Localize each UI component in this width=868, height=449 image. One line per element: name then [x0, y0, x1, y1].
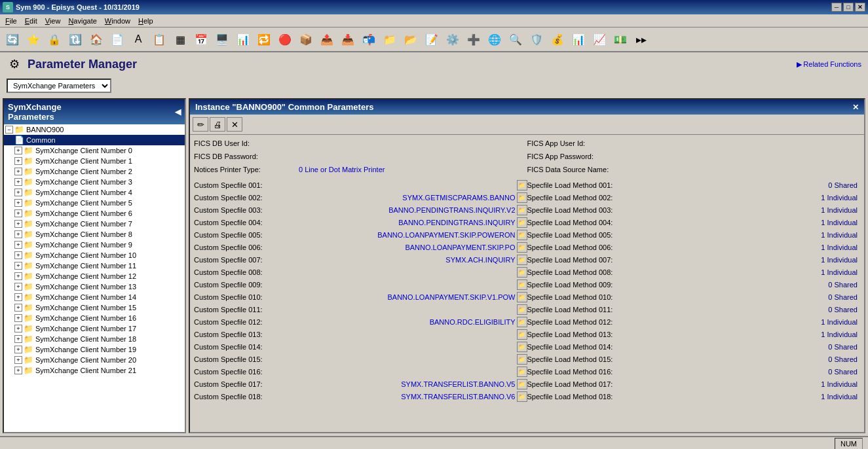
tree-item-client-3[interactable]: + 📁 SymXchange Client Number 3: [4, 177, 185, 187]
browse-btn-004[interactable]: 📁: [517, 217, 527, 228]
tree-item-client-7[interactable]: + 📁 SymXchange Client Number 7: [4, 219, 185, 229]
form-scrollable[interactable]: FICS DB User Id: FICS DB Password: Notic…: [190, 135, 864, 432]
tree-expand-14[interactable]: +: [14, 293, 22, 301]
browse-btn-002[interactable]: 📁: [517, 192, 527, 203]
tree-expand-3[interactable]: +: [14, 178, 22, 186]
toolbar-btn-1[interactable]: 🔄: [3, 29, 22, 49]
menu-edit[interactable]: Edit: [21, 16, 41, 26]
tree-expand-15[interactable]: +: [14, 304, 22, 312]
toolbar-btn-17[interactable]: 🌐: [485, 29, 504, 49]
tree-expand-10[interactable]: +: [14, 251, 22, 259]
browse-btn-016[interactable]: 📁: [517, 367, 527, 377]
toolbar-btn-copy[interactable]: 📋: [149, 29, 169, 49]
tree-expand-4[interactable]: +: [14, 189, 22, 196]
toolbar-btn-2[interactable]: ⭐: [24, 29, 43, 49]
tree-expand-16[interactable]: +: [14, 314, 22, 322]
toolbar-btn-pc[interactable]: 🖥️: [212, 29, 232, 49]
edit-button[interactable]: ✏: [193, 117, 208, 132]
menu-window[interactable]: Window: [101, 16, 134, 26]
tree-root-banno900[interactable]: − 📁 BANNO900: [4, 124, 185, 135]
toolbar-btn-13[interactable]: 📂: [401, 29, 421, 49]
tree-item-client-6[interactable]: + 📁 SymXchange Client Number 6: [4, 208, 185, 219]
tree-item-client-1[interactable]: + 📁 SymXchange Client Number 1: [4, 156, 185, 166]
toolbar-btn-21[interactable]: 📊: [569, 29, 588, 49]
toolbar-btn-font[interactable]: A: [128, 29, 148, 49]
browse-btn-011[interactable]: 📁: [517, 304, 527, 315]
browse-btn-018[interactable]: 📁: [517, 391, 527, 402]
tree-expand-18[interactable]: +: [14, 335, 22, 343]
browse-btn-008[interactable]: 📁: [517, 267, 527, 278]
tree-item-client-14[interactable]: + 📁 SymXchange Client Number 14: [4, 292, 185, 302]
delete-button[interactable]: ✕: [227, 117, 242, 132]
tree-item-client-20[interactable]: + 📁 SymXchange Client Number 20: [4, 355, 185, 365]
left-panel-collapse-btn[interactable]: ◀: [175, 107, 181, 117]
toolbar-btn-refresh[interactable]: 🔃: [66, 29, 85, 49]
browse-btn-014[interactable]: 📁: [517, 342, 527, 352]
toolbar-btn-11[interactable]: 📬: [359, 29, 379, 49]
maximize-button[interactable]: □: [843, 3, 854, 12]
tree-expand-2[interactable]: +: [14, 168, 22, 175]
browse-btn-015[interactable]: 📁: [517, 354, 527, 365]
print-button[interactable]: 🖨: [210, 117, 225, 132]
close-button[interactable]: ✕: [855, 3, 865, 12]
toolbar-btn-8[interactable]: 📦: [296, 29, 316, 49]
tree-expand-banno900[interactable]: −: [5, 126, 13, 134]
tree-expand-7[interactable]: +: [14, 220, 22, 228]
toolbar-btn-18[interactable]: 🔍: [506, 29, 525, 49]
toolbar-btn-12[interactable]: 📁: [380, 29, 400, 49]
tree-expand-12[interactable]: +: [14, 272, 22, 280]
tree-item-client-0[interactable]: + 📁 SymXchange Client Number 0: [4, 145, 185, 156]
browse-btn-001[interactable]: 📁: [517, 180, 527, 190]
toolbar-btn-lock[interactable]: 🔒: [45, 29, 64, 49]
tree-item-client-5[interactable]: + 📁 SymXchange Client Number 5: [4, 198, 185, 208]
tree-item-client-9[interactable]: + 📁 SymXchange Client Number 9: [4, 240, 185, 250]
tree-item-client-2[interactable]: + 📁 SymXchange Client Number 2: [4, 166, 185, 177]
tree-item-client-17[interactable]: + 📁 SymXchange Client Number 17: [4, 323, 185, 334]
tree-item-client-13[interactable]: + 📁 SymXchange Client Number 13: [4, 281, 185, 292]
tree-expand-6[interactable]: +: [14, 209, 22, 217]
tree-item-client-21[interactable]: + 📁 SymXchange Client Number 21: [4, 365, 185, 376]
tree-expand-0[interactable]: +: [14, 147, 22, 154]
toolbar-btn-23[interactable]: 💵: [611, 29, 630, 49]
tree-expand-19[interactable]: +: [14, 346, 22, 353]
tree-expand-1[interactable]: +: [14, 157, 22, 165]
tree-expand-21[interactable]: +: [14, 367, 22, 374]
browse-btn-003[interactable]: 📁: [517, 205, 527, 215]
tree-item-client-12[interactable]: + 📁 SymXchange Client Number 12: [4, 271, 185, 281]
toolbar-btn-expand[interactable]: ▸▸: [632, 29, 651, 49]
browse-btn-006[interactable]: 📁: [517, 242, 527, 253]
toolbar-btn-20[interactable]: 💰: [548, 29, 567, 49]
toolbar-btn-doc[interactable]: 📄: [107, 29, 127, 49]
tree-expand-13[interactable]: +: [14, 283, 22, 291]
tree-expand-8[interactable]: +: [14, 230, 22, 238]
tree-item-client-4[interactable]: + 📁 SymXchange Client Number 4: [4, 187, 185, 198]
toolbar-btn-19[interactable]: 🛡️: [527, 29, 546, 49]
toolbar-btn-home[interactable]: 🏠: [86, 29, 106, 49]
toolbar-btn-15[interactable]: ⚙️: [443, 29, 462, 49]
toolbar-btn-cal[interactable]: 📅: [191, 29, 211, 49]
tree-item-client-8[interactable]: + 📁 SymXchange Client Number 8: [4, 229, 185, 240]
browse-btn-005[interactable]: 📁: [517, 230, 527, 240]
browse-btn-009[interactable]: 📁: [517, 279, 527, 290]
toolbar-btn-14[interactable]: 📝: [422, 29, 442, 49]
toolbar-btn-6[interactable]: 🔁: [254, 29, 274, 49]
tree-item-client-10[interactable]: + 📁 SymXchange Client Number 10: [4, 250, 185, 260]
browse-btn-017[interactable]: 📁: [517, 379, 527, 389]
related-functions-link[interactable]: ▶ Related Functions: [797, 60, 861, 69]
tree-expand-9[interactable]: +: [14, 241, 22, 249]
tree-item-client-18[interactable]: + 📁 SymXchange Client Number 18: [4, 334, 185, 344]
toolbar-btn-10[interactable]: 📥: [338, 29, 358, 49]
browse-btn-007[interactable]: 📁: [517, 255, 527, 265]
minimize-button[interactable]: ─: [831, 3, 842, 12]
browse-btn-013[interactable]: 📁: [517, 329, 527, 340]
toolbar-btn-16[interactable]: ➕: [464, 29, 483, 49]
tree-expand-11[interactable]: +: [14, 262, 22, 270]
tree-item-client-15[interactable]: + 📁 SymXchange Client Number 15: [4, 302, 185, 313]
tree-expand-5[interactable]: +: [14, 199, 22, 207]
menu-navigate[interactable]: Navigate: [64, 16, 100, 26]
tree-item-client-11[interactable]: + 📁 SymXchange Client Number 11: [4, 260, 185, 271]
browse-btn-010[interactable]: 📁: [517, 292, 527, 302]
browse-btn-012[interactable]: 📁: [517, 317, 527, 327]
right-panel-close-btn[interactable]: ✕: [852, 103, 859, 112]
tree-item-common[interactable]: 📄 Common: [4, 135, 185, 145]
